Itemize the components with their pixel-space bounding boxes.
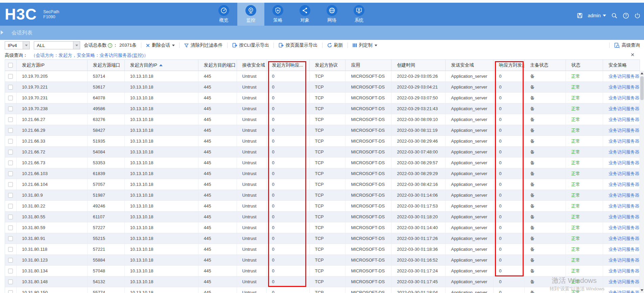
cell-security-policy[interactable]: 业务访问服务器(监控) — [603, 82, 640, 92]
row-checkbox[interactable] — [8, 279, 13, 284]
cell-initiator-src-ip: 10.19.70.205 — [17, 71, 88, 81]
cell-ha-state: 备 — [525, 276, 566, 287]
cell-security-policy[interactable]: 业务访问服务器(监控) — [603, 179, 640, 190]
row-checkbox[interactable] — [8, 106, 13, 111]
column-customize-button[interactable]: 列定制 — [352, 42, 378, 48]
row-checkbox[interactable] — [8, 182, 13, 187]
cell-security-policy[interactable]: 业务访问服务器(监控) — [603, 212, 640, 222]
close-advanced-query-button[interactable]: ✕ — [629, 52, 636, 58]
cell-status: 正常 — [566, 201, 603, 211]
row-checkbox[interactable] — [8, 150, 13, 154]
cell-security-policy[interactable]: 业务访问服务器(监控) — [603, 266, 640, 276]
cell-security-policy[interactable]: 业务访问服务器(监控) — [603, 276, 640, 287]
cell-send-zone: Application_server — [446, 93, 494, 103]
nav-item-2[interactable]: 监控 — [237, 3, 264, 26]
clear-column-filter-button[interactable]: 清除列过滤条件 — [184, 42, 223, 48]
export-page-button[interactable]: 按页面显示导出 — [278, 42, 318, 48]
column-header-5[interactable]: 接收安全域 — [237, 60, 267, 71]
cell-status: 正常 — [566, 125, 603, 136]
cell-security-policy[interactable]: 业务访问服务器(监控) — [603, 201, 640, 211]
cell-ha-state: 备 — [525, 93, 566, 103]
column-header-4[interactable]: 发起方目的端口 — [198, 60, 237, 71]
scroll-down-button[interactable] — [640, 288, 644, 293]
advanced-query-criteria-link[interactable]: （会话方向：发起方，安全策略：业务访问服务器(监控)） — [31, 52, 148, 58]
cell-responder-to-initiator: 0 — [494, 147, 525, 157]
row-checkbox[interactable] — [8, 74, 13, 79]
help-circle-icon[interactable]: ? — [108, 43, 113, 48]
cell-security-policy[interactable]: 业务访问服务器(监控) — [603, 103, 640, 114]
row-checkbox[interactable] — [8, 96, 13, 100]
cell-security-policy[interactable]: 业务访问服务器(监控) — [603, 93, 640, 103]
collapse-panel-icon[interactable] — [1, 30, 3, 34]
cell-responder-to-initiator: 0 — [494, 190, 525, 200]
advanced-query-button[interactable]: 高级查询 — [609, 40, 640, 51]
column-header-3[interactable]: 发起方目的IP — [125, 60, 198, 71]
column-header-12[interactable]: 主备状态 — [525, 60, 566, 71]
column-header-1[interactable]: 发起方源IP — [17, 60, 88, 71]
vertical-scrollbar[interactable] — [640, 71, 644, 293]
cell-security-policy[interactable]: 业务访问服务器(监控) — [603, 136, 640, 146]
cell-security-policy[interactable]: 业务访问服务器(监控) — [603, 255, 640, 265]
row-checkbox[interactable] — [8, 236, 13, 241]
admin-user-menu[interactable]: admin — [588, 13, 606, 18]
session-filter-select[interactable]: ALL — [34, 41, 80, 49]
row-checkbox[interactable] — [8, 215, 13, 219]
row-checkbox[interactable] — [8, 269, 13, 273]
select-all-checkbox[interactable] — [8, 63, 13, 68]
cell-ha-state: 备 — [525, 287, 566, 293]
scrollbar-thumb[interactable] — [640, 76, 644, 100]
cell-security-policy[interactable]: 业务访问服务器(监控) — [603, 287, 640, 293]
row-checkbox[interactable] — [8, 258, 13, 263]
share-nodes-icon — [300, 5, 310, 16]
column-header-6[interactable]: 发起方到响应... — [267, 60, 310, 71]
cell-security-policy[interactable]: 业务访问服务器(监控) — [603, 222, 640, 233]
export-cli-button[interactable]: 按CLI显示导出 — [232, 42, 269, 48]
row-checkbox[interactable] — [8, 225, 13, 230]
logout-button[interactable] — [634, 13, 641, 19]
row-checkbox[interactable] — [8, 247, 13, 252]
column-header-2[interactable]: 发起方源端口 — [88, 60, 125, 71]
row-checkbox[interactable] — [8, 85, 13, 90]
row-checkbox[interactable] — [8, 171, 13, 176]
cell-initiator-dst-port: 445 — [198, 82, 237, 92]
session-filter-dropdown-button[interactable] — [73, 42, 80, 49]
nav-item-1[interactable]: 概览 — [210, 3, 237, 26]
cell-security-policy[interactable]: 业务访问服务器(监控) — [603, 114, 640, 125]
refresh-button[interactable]: 刷新 — [327, 42, 343, 48]
delete-session-button[interactable]: 删除会话 — [146, 42, 175, 48]
row-checkbox[interactable] — [8, 139, 13, 144]
help-button[interactable]: ? — [623, 13, 629, 19]
column-header-14[interactable]: 安全策略 — [603, 60, 640, 71]
row-checkbox[interactable] — [8, 204, 13, 209]
cell-security-policy[interactable]: 业务访问服务器(监控) — [603, 125, 640, 136]
cell-security-policy[interactable]: 业务访问服务器(监控) — [603, 190, 640, 200]
nav-item-6[interactable]: 系统 — [345, 3, 373, 26]
column-header-7[interactable]: 发起方协议 — [310, 60, 346, 71]
column-header-13[interactable]: 状态 — [566, 60, 603, 71]
column-header-10[interactable]: 发送安全域 — [446, 60, 494, 71]
nav-item-5[interactable]: 网络 — [318, 3, 345, 26]
nav-item-4[interactable]: 对象 — [291, 3, 318, 26]
scroll-up-button[interactable] — [640, 71, 644, 76]
row-checkbox[interactable] — [8, 290, 13, 293]
column-header-9[interactable]: 创建时间 — [391, 60, 446, 71]
save-configuration-button[interactable] — [577, 13, 583, 19]
row-checkbox[interactable] — [8, 193, 13, 198]
ip-version-dropdown-button[interactable] — [23, 42, 29, 49]
column-header-8[interactable]: 应用 — [345, 60, 391, 71]
cell-security-policy[interactable]: 业务访问服务器(监控) — [603, 157, 640, 168]
nav-item-3[interactable]: 策略 — [264, 3, 291, 26]
cell-receive-zone: Untrust — [237, 266, 267, 276]
cell-security-policy[interactable]: 业务访问服务器(监控) — [603, 168, 640, 179]
ip-version-select[interactable]: IPv4 — [5, 41, 30, 49]
column-header-11[interactable]: 响应方到发起... — [494, 60, 525, 71]
cell-initiator-src-ip: 10.19.70.238 — [17, 103, 88, 114]
row-checkbox[interactable] — [8, 117, 13, 122]
global-search-button[interactable] — [611, 13, 618, 19]
row-checkbox[interactable] — [8, 161, 13, 165]
cell-security-policy[interactable]: 业务访问服务器(监控) — [603, 244, 640, 254]
row-checkbox[interactable] — [8, 128, 13, 133]
cell-security-policy[interactable]: 业务访问服务器(监控) — [603, 71, 640, 81]
cell-security-policy[interactable]: 业务访问服务器(监控) — [603, 233, 640, 244]
cell-security-policy[interactable]: 业务访问服务器(监控) — [603, 147, 640, 157]
